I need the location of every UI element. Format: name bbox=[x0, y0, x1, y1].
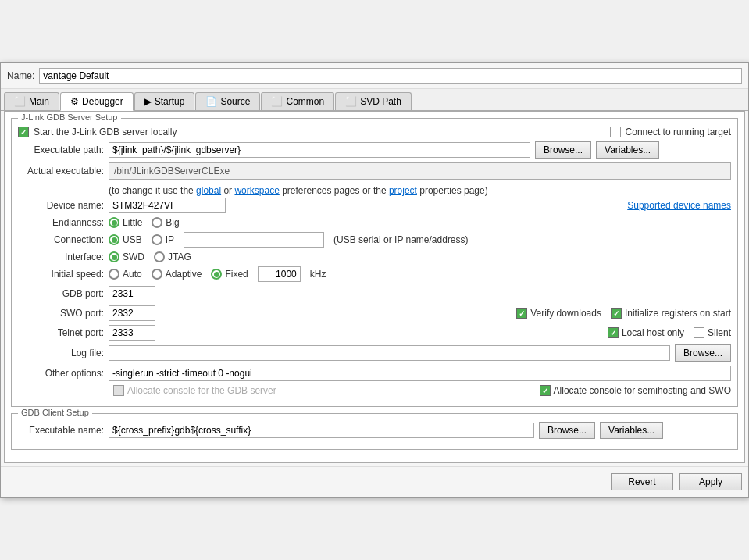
revert-button[interactable]: Revert bbox=[611, 473, 673, 490]
endianness-row: Endianness: Little Big bbox=[18, 217, 731, 228]
other-options-input[interactable] bbox=[109, 366, 731, 381]
exe-path-label: Executable path: bbox=[18, 144, 104, 155]
other-options-row: Other options: bbox=[18, 366, 731, 381]
tab-common-label: Common bbox=[286, 96, 324, 107]
main-dialog: Name: ⬜ Main ⚙ Debugger ▶ Startup 📄 Sour… bbox=[0, 62, 749, 498]
exe-name-variables-btn[interactable]: Variables... bbox=[600, 422, 663, 439]
interface-swd[interactable]: SWD bbox=[109, 251, 144, 262]
connection-ip-input[interactable] bbox=[184, 232, 324, 248]
interface-swd-radio[interactable] bbox=[109, 251, 119, 262]
tab-source-label: Source bbox=[220, 96, 250, 107]
device-name-input[interactable] bbox=[109, 198, 226, 213]
endianness-group: Little Big bbox=[109, 217, 180, 228]
speed-fixed-radio[interactable] bbox=[211, 269, 222, 280]
name-input[interactable] bbox=[39, 68, 742, 84]
speed-auto[interactable]: Auto bbox=[109, 269, 142, 280]
swo-port-row: SWO port: Verify downloads Initialize re… bbox=[18, 305, 731, 321]
verify-downloads-wrapper: Verify downloads bbox=[516, 308, 601, 319]
connection-ip-label: IP bbox=[166, 234, 174, 245]
endianness-big[interactable]: Big bbox=[152, 217, 179, 228]
jlink-section: J-Link GDB Server Setup Start the J-Link… bbox=[11, 118, 738, 407]
log-file-row: Log file: Browse... bbox=[18, 344, 731, 362]
init-regs-checkbox[interactable] bbox=[611, 308, 622, 319]
connection-group: USB IP (USB serial or IP name/address) bbox=[109, 232, 469, 248]
verify-downloads-checkbox[interactable] bbox=[516, 308, 527, 319]
gdb-port-row: GDB port: bbox=[18, 286, 731, 301]
telnet-port-row: Telnet port: Local host only Silent bbox=[18, 325, 731, 341]
tab-main-label: Main bbox=[29, 96, 49, 107]
bottom-buttons: Revert Apply bbox=[1, 466, 748, 497]
project-link[interactable]: project bbox=[389, 185, 417, 196]
interface-jtag-radio[interactable] bbox=[154, 251, 165, 262]
start-server-label: Start the J-Link GDB server locally bbox=[34, 127, 177, 137]
tab-debugger[interactable]: ⚙ Debugger bbox=[60, 92, 134, 111]
speed-auto-radio[interactable] bbox=[109, 269, 119, 280]
debugger-icon: ⚙ bbox=[70, 96, 79, 107]
tab-debugger-label: Debugger bbox=[82, 96, 123, 107]
local-host-wrapper: Local host only bbox=[608, 327, 684, 338]
connection-ip[interactable]: IP bbox=[152, 234, 174, 245]
exe-path-input[interactable] bbox=[109, 142, 530, 158]
gdb-client-section: GDB Client Setup Executable name: Browse… bbox=[11, 413, 738, 450]
tab-main[interactable]: ⬜ Main bbox=[4, 92, 59, 110]
endianness-big-radio[interactable] bbox=[152, 217, 162, 228]
connection-ip-radio[interactable] bbox=[152, 234, 162, 245]
speed-fixed[interactable]: Fixed bbox=[211, 269, 248, 280]
speed-value-input[interactable] bbox=[258, 266, 301, 282]
telnet-right-checks: Local host only Silent bbox=[608, 327, 731, 338]
local-host-label: Local host only bbox=[622, 327, 684, 338]
log-file-label: Log file: bbox=[18, 348, 104, 358]
supported-device-names-link[interactable]: Supported device names bbox=[627, 200, 731, 211]
log-file-browse-btn[interactable]: Browse... bbox=[675, 344, 731, 362]
exe-name-input[interactable] bbox=[109, 423, 534, 438]
connect-running-checkbox[interactable] bbox=[610, 127, 621, 137]
start-server-checkbox[interactable] bbox=[18, 127, 29, 137]
tab-common[interactable]: ⬜ Common bbox=[261, 92, 334, 110]
name-label: Name: bbox=[7, 70, 34, 81]
local-host-checkbox[interactable] bbox=[608, 327, 619, 338]
exe-path-row: Executable path: Browse... Variables... bbox=[18, 141, 731, 159]
start-server-row: Start the J-Link GDB server locally Conn… bbox=[18, 127, 731, 137]
telnet-port-input[interactable] bbox=[109, 325, 155, 341]
actual-exe-value: /bin/JLinkGDBServerCLExe bbox=[109, 162, 731, 180]
interface-jtag[interactable]: JTAG bbox=[154, 251, 191, 262]
info-prefix: (to change it use the bbox=[109, 185, 196, 196]
tab-source[interactable]: 📄 Source bbox=[195, 92, 260, 110]
interface-jtag-label: JTAG bbox=[168, 251, 191, 262]
connection-usb-label: USB bbox=[123, 234, 142, 245]
speed-adaptive-radio[interactable] bbox=[152, 269, 162, 280]
verify-downloads-label: Verify downloads bbox=[530, 308, 601, 319]
apply-button[interactable]: Apply bbox=[679, 473, 742, 490]
alloc-semihosting-label: Allocate console for semihosting and SWO bbox=[554, 385, 731, 396]
speed-group: Auto Adaptive Fixed kHz bbox=[109, 266, 326, 282]
alloc-console-checkbox[interactable] bbox=[113, 385, 124, 396]
tab-startup[interactable]: ▶ Startup bbox=[134, 92, 195, 110]
tab-svdpath-label: SVD Path bbox=[360, 96, 401, 107]
connect-running-label: Connect to running target bbox=[626, 127, 731, 137]
telnet-port-label: Telnet port: bbox=[18, 327, 104, 338]
endianness-little-radio[interactable] bbox=[109, 217, 119, 228]
endianness-little[interactable]: Little bbox=[109, 217, 142, 228]
swo-port-input[interactable] bbox=[109, 305, 155, 321]
connection-usb[interactable]: USB bbox=[109, 234, 142, 245]
info-props: properties page) bbox=[417, 185, 488, 196]
silent-checkbox[interactable] bbox=[694, 327, 704, 338]
log-file-input[interactable] bbox=[109, 345, 670, 361]
info-or: or bbox=[221, 185, 234, 196]
tab-svdpath[interactable]: ⬜ SVD Path bbox=[335, 92, 412, 110]
workspace-link[interactable]: workspace bbox=[234, 185, 279, 196]
common-icon: ⬜ bbox=[271, 96, 283, 107]
exe-path-browse-btn[interactable]: Browse... bbox=[535, 141, 591, 159]
speed-adaptive[interactable]: Adaptive bbox=[152, 269, 202, 280]
exe-name-browse-btn[interactable]: Browse... bbox=[539, 422, 595, 439]
global-link[interactable]: global bbox=[196, 185, 221, 196]
gdb-port-input[interactable] bbox=[109, 286, 155, 301]
exe-path-variables-btn[interactable]: Variables... bbox=[596, 141, 659, 159]
connection-usb-radio[interactable] bbox=[109, 234, 119, 245]
exe-name-row: Executable name: Browse... Variables... bbox=[18, 422, 731, 439]
speed-fixed-label: Fixed bbox=[225, 269, 248, 280]
speed-unit: kHz bbox=[310, 269, 326, 280]
source-icon: 📄 bbox=[205, 96, 217, 107]
exe-name-label: Executable name: bbox=[18, 425, 104, 436]
alloc-semihosting-checkbox[interactable] bbox=[540, 385, 551, 396]
